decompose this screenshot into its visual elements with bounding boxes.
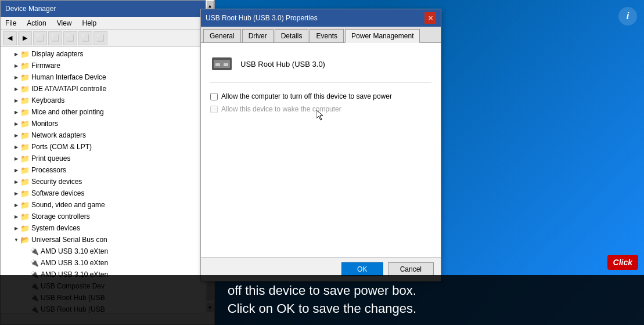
menu-view[interactable]: View (55, 19, 74, 28)
tree-security[interactable]: ▶ 📁 Security devices (2, 176, 213, 187)
usb-properties-dialog: USB Root Hub (USB 3.0) Properties ✕ Gene… (200, 9, 441, 281)
allow-turnoff-label: Allow the computer to turn off this devi… (221, 92, 392, 100)
tree-print[interactable]: ▶ 📁 Print queues (2, 153, 213, 164)
tree-ide[interactable]: ▶ 📁 IDE ATA/ATAPI controlle (2, 83, 213, 95)
tree-keyboards[interactable]: ▶ 📁 Keyboards (2, 95, 213, 106)
dialog-close-button[interactable]: ✕ (424, 12, 436, 24)
cancel-button[interactable]: Cancel (388, 262, 434, 276)
allow-turnoff-row: Allow the computer to turn off this devi… (210, 92, 431, 100)
device-header: USB Root Hub (USB 3.0) (210, 52, 431, 83)
caption-line2: Click on OK to save the changes. (9, 300, 635, 318)
allow-turnoff-checkbox[interactable] (210, 93, 218, 100)
svg-rect-3 (224, 63, 228, 66)
menu-file[interactable]: File (3, 19, 19, 28)
toolbar-btn1[interactable]: ⬜ (33, 31, 47, 45)
menu-help[interactable]: Help (80, 19, 99, 28)
allow-wake-label: Allow this device to wake the computer (221, 105, 341, 113)
tree-firmware[interactable]: ▶ 📁 Firmware (2, 60, 213, 71)
tree-sound[interactable]: ▶ 📁 Sound, video and game (2, 199, 213, 211)
tab-driver[interactable]: Driver (242, 29, 274, 42)
tree-hid[interactable]: ▶ 📁 Human Interface Device (2, 71, 213, 83)
dialog-titlebar: USB Root Hub (USB 3.0) Properties ✕ (201, 9, 441, 27)
dialog-tabs: General Driver Details Events Power Mana… (201, 27, 441, 43)
toolbar-btn3[interactable]: ⬜ (63, 31, 77, 45)
device-manager-title: Device Manager (5, 5, 56, 13)
tree-storage[interactable]: ▶ 📁 Storage controllers (2, 211, 213, 222)
dialog-title: USB Root Hub (USB 3.0) Properties (206, 14, 318, 22)
tree-amd2[interactable]: 🔌 AMD USB 3.10 eXten (2, 257, 213, 269)
tree-processors[interactable]: ▶ 📁 Processors (2, 164, 213, 176)
allow-wake-row: Allow this device to wake the computer (210, 105, 431, 113)
tree-mice[interactable]: ▶ 📁 Mice and other pointing (2, 106, 213, 118)
device-name-label: USB Root Hub (USB 3.0) (240, 60, 325, 68)
toolbar-btn4[interactable]: ⬜ (78, 31, 92, 45)
tab-general[interactable]: General (203, 29, 241, 42)
caption-line1: off this device to save power box. (9, 282, 635, 300)
tree-system[interactable]: ▶ 📁 System devices (2, 222, 213, 234)
toolbar-forward[interactable]: ▶ (18, 31, 32, 45)
toolbar-back[interactable]: ◀ (3, 31, 17, 45)
tab-details[interactable]: Details (275, 29, 309, 42)
tree-amd1[interactable]: 🔌 AMD USB 3.10 eXten (2, 245, 213, 257)
tab-events[interactable]: Events (310, 29, 344, 42)
info-button[interactable]: i (618, 7, 637, 26)
dialog-body: USB Root Hub (USB 3.0) Allow the compute… (201, 43, 441, 257)
menu-action[interactable]: Action (24, 19, 48, 28)
tree-ports[interactable]: ▶ 📁 Ports (COM & LPT) (2, 141, 213, 153)
device-manager-toolbar: ◀ ▶ ⬜ ⬜ ⬜ ⬜ ⬜ (1, 30, 214, 47)
tree-monitors[interactable]: ▶ 📁 Monitors (2, 118, 213, 129)
tree-network[interactable]: ▶ 📁 Network adapters (2, 129, 213, 141)
ok-button[interactable]: OK (341, 262, 383, 276)
usb-hub-icon (211, 53, 233, 75)
allow-wake-checkbox[interactable] (210, 106, 218, 113)
caption-overlay: off this device to save power box. Click… (0, 275, 644, 325)
tab-power-management[interactable]: Power Management (345, 29, 420, 43)
tree-usb[interactable]: ▼ 📂 Universal Serial Bus con (2, 234, 213, 245)
tree-display-adapters[interactable]: ▶ 📁 Display adapters (2, 48, 213, 60)
desktop: Device Manager File Action View Help ◀ ▶… (0, 0, 644, 325)
tree-software[interactable]: ▶ 📁 Software devices (2, 187, 213, 199)
device-manager-menubar: File Action View Help (1, 17, 214, 30)
device-icon-large (210, 52, 233, 75)
device-manager-tree: ▶ 📁 Display adapters ▶ 📁 Firmware ▶ 📁 Hu… (1, 47, 214, 313)
svg-rect-2 (215, 63, 220, 66)
toolbar-btn5[interactable]: ⬜ (93, 31, 107, 45)
click-watermark: Click (607, 255, 638, 270)
device-manager-titlebar: Device Manager (1, 1, 214, 17)
toolbar-btn2[interactable]: ⬜ (48, 31, 62, 45)
